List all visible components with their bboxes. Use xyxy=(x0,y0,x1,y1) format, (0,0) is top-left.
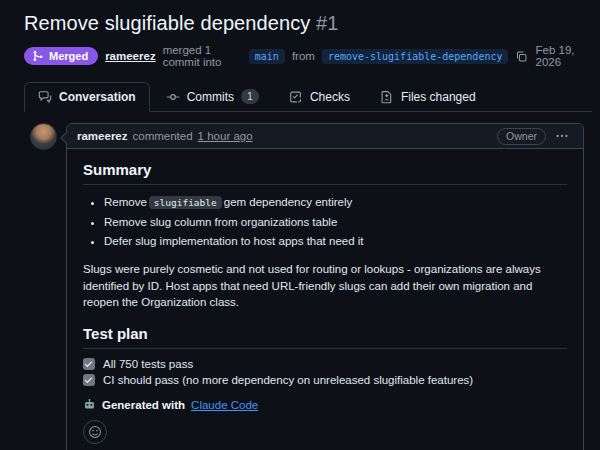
task-label: All 750 tests pass xyxy=(103,358,193,370)
task-item: All 750 tests pass xyxy=(83,358,567,370)
task-checkbox-checked[interactable] xyxy=(83,358,95,370)
comment-action-text: commented xyxy=(133,130,193,142)
comment-author-link[interactable]: rameerez xyxy=(77,130,128,142)
tab-files-changed[interactable]: Files changed xyxy=(366,82,490,112)
git-commit-icon xyxy=(166,90,180,104)
pr-timeline: rameerez commented 1 hour ago Owner Summ… xyxy=(0,112,600,450)
summary-list: Removeslugifiablegem dependency entirely… xyxy=(83,194,567,250)
checklist-icon xyxy=(289,90,303,104)
merged-label: Merged xyxy=(49,50,88,62)
pr-tab-nav: Conversation Commits 1 Checks xyxy=(24,81,592,112)
avatar[interactable] xyxy=(30,123,57,150)
commits-counter: 1 xyxy=(241,89,259,104)
kebab-icon xyxy=(555,129,569,143)
tab-commits[interactable]: Commits 1 xyxy=(152,81,273,112)
test-plan-heading: Test plan xyxy=(83,325,567,349)
comment-discussion-icon xyxy=(38,90,52,104)
tab-files-changed-label: Files changed xyxy=(401,90,476,104)
claude-code-link[interactable]: Claude Code xyxy=(191,399,258,411)
head-branch-label[interactable]: remove-slugifiable-dependency xyxy=(322,49,509,64)
list-item: Defer slug implementation to host apps t… xyxy=(104,233,567,250)
task-checkbox-checked[interactable] xyxy=(83,374,95,386)
pr-page: Remove slugifiable dependency #1 Merged … xyxy=(0,0,600,112)
generated-with-text: Generated with xyxy=(102,399,185,411)
tab-commits-label: Commits xyxy=(187,90,234,104)
comment-timestamp-link[interactable]: 1 hour ago xyxy=(198,130,253,142)
page-title: Remove slugifiable dependency #1 xyxy=(24,12,584,35)
list-item: Remove slug column from organizations ta… xyxy=(104,214,567,231)
comment-header: rameerez commented 1 hour ago Owner xyxy=(67,124,583,149)
merge-action-text: merged 1 commit into xyxy=(163,44,242,68)
copy-icon xyxy=(515,50,528,63)
merge-status-bar: Merged rameerez merged 1 commit into mai… xyxy=(24,44,584,68)
pr-description-comment: rameerez commented 1 hour ago Owner Summ… xyxy=(66,123,584,450)
task-label: CI should pass (no more dependency on un… xyxy=(103,374,473,386)
tab-checks[interactable]: Checks xyxy=(275,82,364,112)
bullet-text: gem dependency entirely xyxy=(224,196,353,208)
copy-branch-button[interactable] xyxy=(515,50,528,63)
tab-conversation-label: Conversation xyxy=(59,90,136,104)
base-branch-label[interactable]: main xyxy=(249,49,285,64)
file-diff-icon xyxy=(380,90,394,104)
owner-badge: Owner xyxy=(497,128,546,145)
comment-body: Summary Removeslugifiablegem dependency … xyxy=(67,149,583,450)
summary-paragraph: Slugs were purely cosmetic and not used … xyxy=(83,261,567,311)
task-item: CI should pass (no more dependency on un… xyxy=(83,374,567,386)
bullet-text: Remove xyxy=(104,196,147,208)
list-item: Removeslugifiablegem dependency entirely xyxy=(104,194,567,211)
summary-heading: Summary xyxy=(83,161,567,185)
pr-title-text: Remove slugifiable dependency xyxy=(24,12,310,34)
git-merge-icon xyxy=(32,50,44,62)
from-text: from xyxy=(292,50,315,62)
pr-number: #1 xyxy=(316,12,338,34)
add-reaction-button[interactable] xyxy=(83,420,107,444)
generated-with-line: Generated with Claude Code xyxy=(83,398,567,411)
tab-conversation[interactable]: Conversation xyxy=(24,82,150,112)
smiley-icon xyxy=(88,425,102,439)
merged-state-badge: Merged xyxy=(24,47,98,65)
robot-emoji-icon xyxy=(83,398,96,411)
inline-code: slugifiable xyxy=(149,196,222,209)
author-link[interactable]: rameerez xyxy=(105,50,156,62)
merge-date: Feb 19, 2026 xyxy=(535,44,584,68)
tab-checks-label: Checks xyxy=(310,90,350,104)
comment-options-button[interactable] xyxy=(551,127,573,145)
